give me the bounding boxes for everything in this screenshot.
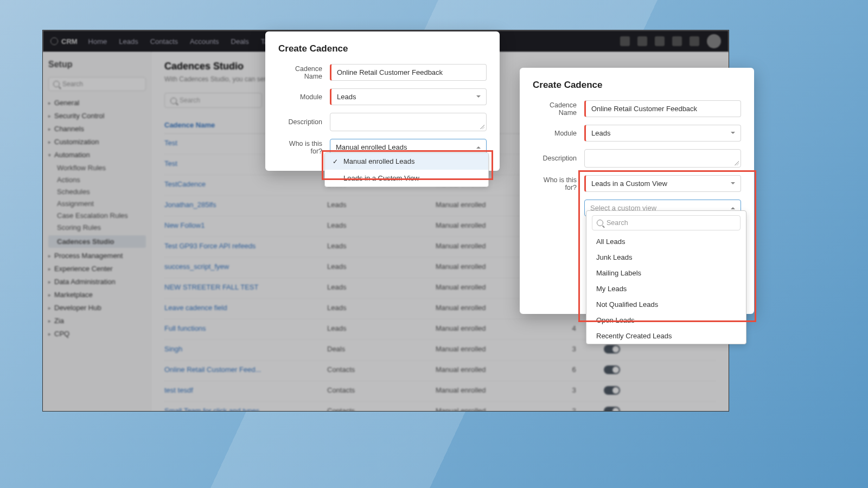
sidebar-item[interactable]: ▸Process Management [48, 252, 146, 260]
notif-icon[interactable] [620, 36, 630, 46]
bell-icon[interactable] [655, 36, 665, 46]
sidebar-sub[interactable]: Workflow Rules [48, 164, 146, 172]
create-cadence-modal-1: Create Cadence Cadence Name Online Retai… [265, 31, 500, 171]
label-name: Cadence Name [533, 101, 584, 117]
module-select[interactable]: Leads [330, 88, 487, 105]
label-who: Who is this for? [278, 140, 330, 155]
resize-handle-icon[interactable] [480, 125, 484, 129]
gear-icon[interactable] [690, 36, 699, 46]
nav-contacts[interactable]: Contacts [150, 37, 178, 46]
brand[interactable]: CRM [50, 37, 78, 46]
cv-option[interactable]: Mailing Labels [586, 265, 746, 281]
sidebar-item[interactable]: ▸Marketplace [48, 291, 146, 299]
sidebar-sub[interactable]: Actions [48, 176, 146, 184]
sidebar-item-automation[interactable]: ▾Automation [48, 151, 146, 159]
sidebar-item[interactable]: ▸Experience Center [48, 265, 146, 273]
table-row[interactable]: test tesdfContactsManual enrolled3 [164, 381, 716, 402]
description-input[interactable] [584, 149, 741, 168]
label-desc: Description [278, 118, 330, 126]
toggle[interactable] [604, 365, 620, 374]
label-name: Cadence Name [278, 65, 330, 80]
who-dropdown-list: ✓Manual enrolled Leads Leads in a Custom… [324, 152, 489, 187]
sidebar-sub[interactable]: Scoring Rules [48, 223, 146, 232]
modal-title: Create Cadence [278, 43, 487, 54]
sidebar-item[interactable]: ▸Zia [48, 317, 146, 325]
brand-icon [50, 37, 58, 45]
cv-option[interactable]: All Leads [586, 234, 746, 249]
sidebar-item[interactable]: ▸Data Administration [48, 278, 146, 286]
label-module: Module [278, 93, 330, 101]
sidebar: Setup Search ▸General ▸Security Control … [43, 52, 151, 411]
cadence-name-input[interactable]: Online Retail Customer Feedback [584, 100, 741, 117]
resize-handle-icon[interactable] [735, 161, 739, 165]
sidebar-title: Setup [48, 60, 146, 69]
search-icon [53, 81, 60, 87]
sidebar-item[interactable]: ▸Customization [48, 138, 146, 146]
nav-accounts[interactable]: Accounts [190, 37, 219, 46]
sidebar-item[interactable]: ▸Security Control [48, 112, 146, 120]
toggle[interactable] [604, 345, 620, 354]
nav-deals[interactable]: Deals [231, 37, 249, 46]
sidebar-item[interactable]: ▸Developer Hub [48, 304, 146, 312]
cadence-name-input[interactable]: Online Retail Customer Feedback [330, 64, 487, 81]
sidebar-item[interactable]: ▸Channels [48, 125, 146, 133]
cv-option[interactable]: Junk Leads [586, 249, 746, 265]
custom-view-dropdown: Search All LeadsJunk LeadsMailing Labels… [586, 210, 746, 344]
sidebar-sub-active[interactable]: Cadences Studio [48, 235, 146, 248]
cv-search-input[interactable]: Search [592, 215, 741, 230]
who-option-manual[interactable]: ✓Manual enrolled Leads [325, 153, 488, 170]
table-row[interactable]: Small Team for click and typesContactsMa… [164, 402, 716, 412]
nav-leads[interactable]: Leads [119, 37, 138, 46]
who-select-2[interactable]: Leads in a Custom View [584, 175, 741, 192]
check-icon: ✓ [333, 158, 339, 165]
label-module: Module [533, 130, 584, 137]
apps-icon[interactable] [672, 36, 682, 46]
search-icon [170, 98, 177, 104]
label-desc: Description [533, 155, 584, 162]
sidebar-sub[interactable]: Assignment [48, 200, 146, 208]
label-who: Who is this for? [533, 176, 584, 191]
cv-option[interactable]: Not Qualified Leads [586, 297, 746, 312]
sidebar-search[interactable]: Search [48, 77, 146, 91]
description-input[interactable] [330, 113, 487, 131]
sidebar-sub[interactable]: Schedules [48, 188, 146, 196]
cv-option[interactable]: Open Leads [586, 312, 746, 328]
table-row[interactable]: Online Retail Customer Feed...ContactsMa… [164, 361, 716, 381]
sidebar-sub[interactable]: Case Escalation Rules [48, 211, 146, 220]
cv-option[interactable]: Recently Created Leads [586, 328, 746, 344]
who-option-customview[interactable]: Leads in a Custom View [325, 170, 488, 187]
toggle[interactable] [604, 386, 620, 395]
avatar[interactable] [707, 34, 721, 48]
main-search[interactable]: Search [164, 93, 262, 108]
cv-option[interactable]: My Leads [586, 281, 746, 297]
module-select[interactable]: Leads [584, 125, 741, 142]
toggle[interactable] [604, 407, 620, 412]
modal-title: Create Cadence [533, 80, 741, 91]
search-icon[interactable] [637, 36, 647, 46]
nav-home[interactable]: Home [88, 37, 107, 46]
sidebar-item[interactable]: ▸General [48, 99, 146, 107]
search-icon [597, 220, 603, 226]
sidebar-item[interactable]: ▸CPQ [48, 330, 146, 338]
